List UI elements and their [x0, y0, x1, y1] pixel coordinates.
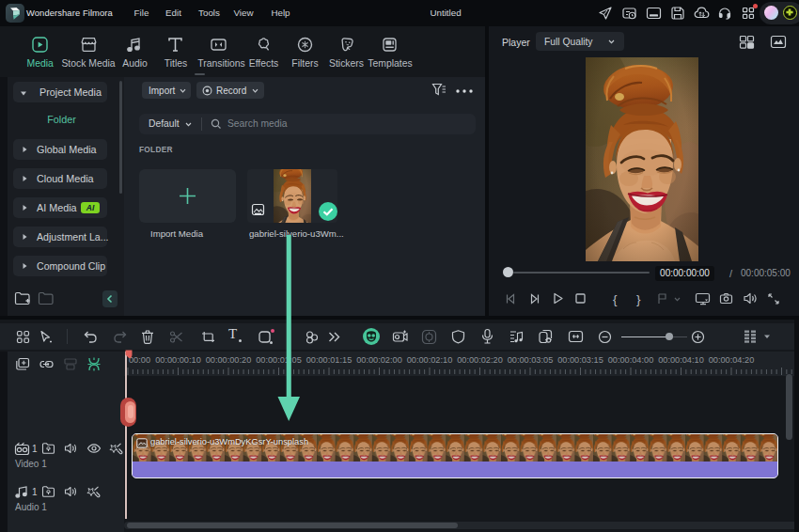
svg-text:00:00:03:15: 00:00:03:15 — [557, 355, 603, 365]
svg-text:00:00:00:10: 00:00:00:10 — [155, 355, 201, 365]
svg-text:00:00:00:20: 00:00:00:20 — [206, 355, 252, 365]
svg-text:00:00:04:10: 00:00:04:10 — [658, 355, 704, 365]
svg-text:00:00:01:15: 00:00:01:15 — [306, 355, 352, 365]
svg-text:00:00:02:10: 00:00:02:10 — [407, 355, 453, 365]
svg-text:00:00:04:00: 00:00:04:00 — [608, 355, 654, 365]
svg-text:00:00:03:05: 00:00:03:05 — [508, 355, 554, 365]
svg-text:00:00:02:20: 00:00:02:20 — [457, 355, 503, 365]
svg-text:00:00:04:20: 00:00:04:20 — [709, 355, 755, 365]
svg-text:00:00:02:00: 00:00:02:00 — [356, 355, 402, 365]
